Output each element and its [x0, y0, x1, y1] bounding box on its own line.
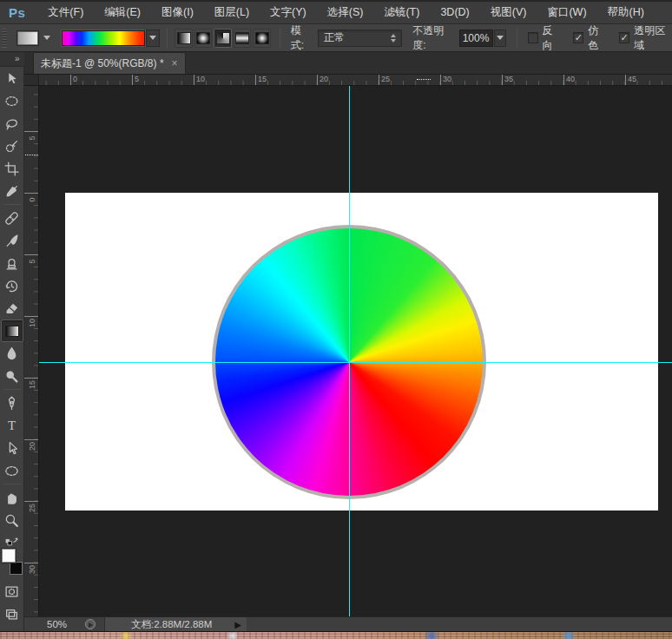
ruler-label: 0 — [73, 75, 77, 83]
shape-tool[interactable] — [1, 459, 23, 482]
ruler-cursor-marker — [417, 79, 431, 80]
checkbox-check-icon: ✓ — [619, 32, 629, 43]
stamp-icon — [4, 256, 19, 271]
background-color-swatch[interactable] — [10, 562, 23, 575]
blur-tool[interactable] — [1, 342, 23, 365]
ruler-label: 40 — [566, 75, 575, 83]
menu-item-edit[interactable]: 编辑(E) — [94, 2, 151, 23]
menu-item-filter[interactable]: 滤镜(T) — [373, 2, 430, 23]
foreground-color-swatch[interactable] — [2, 549, 16, 563]
history-brush-icon — [4, 279, 19, 293]
water-drop-icon — [4, 346, 19, 361]
menu-item-select[interactable]: 选择(S) — [317, 2, 374, 23]
color-swatches[interactable] — [1, 549, 23, 575]
quick-mask-button[interactable] — [1, 580, 23, 603]
menu-item-window[interactable]: 窗口(W) — [537, 2, 596, 23]
menu-item-help[interactable]: 帮助(H) — [597, 2, 655, 23]
type-tool[interactable]: T — [1, 414, 23, 437]
options-bar: 模式: 正常 不透明度: 100% 反向 ✓ 仿色 ✓ 透明区域 — [0, 24, 672, 52]
adobe-drive-icon[interactable] — [85, 619, 96, 629]
ruler-label: 25 — [28, 501, 36, 516]
swap-colors-button[interactable] — [1, 531, 23, 547]
blend-mode-select[interactable]: 正常 — [318, 30, 402, 47]
screen-mode-button[interactable] — [1, 603, 23, 625]
lasso-tool[interactable] — [1, 112, 23, 135]
opacity-input[interactable]: 100% — [459, 30, 493, 47]
reverse-checkbox[interactable]: 反向 — [528, 23, 562, 53]
options-grip-handle[interactable] — [2, 29, 7, 48]
canvas-viewport[interactable] — [39, 86, 672, 616]
document-tab[interactable]: 未标题-1 @ 50%(RGB/8) * × — [33, 52, 186, 74]
desktop-taskbar-strip — [0, 631, 672, 639]
zoom-tool[interactable] — [1, 509, 23, 531]
clone-stamp-tool[interactable] — [1, 252, 23, 274]
ruler-origin-box[interactable] — [24, 75, 39, 86]
reflected-gradient-button[interactable] — [234, 29, 251, 48]
menu-item-type[interactable]: 文字(Y) — [260, 2, 317, 23]
healing-brush-tool[interactable] — [1, 207, 23, 229]
tool-preset-button[interactable] — [14, 28, 53, 49]
menu-item-view[interactable]: 视图(V) — [480, 2, 537, 23]
dodge-tool[interactable] — [1, 365, 23, 387]
magnifier-icon — [4, 513, 19, 528]
gradient-tool[interactable] — [1, 320, 23, 342]
linear-gradient-button[interactable] — [175, 29, 192, 48]
pen-icon — [4, 396, 19, 411]
move-icon — [4, 71, 19, 86]
ruler-label: 5 — [28, 254, 36, 269]
horizontal-ruler[interactable]: 0 5 10 15 20 25 30 35 40 45 — [24, 75, 672, 86]
menu-item-3d[interactable]: 3D(D) — [430, 2, 479, 23]
eyedropper-tool[interactable] — [1, 180, 23, 202]
document-info[interactable]: 文档:2.88M/2.88M ▶ — [104, 617, 247, 632]
zoom-level-field[interactable]: 50% — [47, 619, 85, 629]
opacity-slider-button[interactable] — [494, 30, 506, 47]
reverse-checkbox-label: 反向 — [543, 23, 562, 53]
horizontal-guide[interactable] — [39, 362, 672, 363]
marquee-tool[interactable] — [1, 89, 23, 112]
dodge-icon — [4, 369, 19, 384]
pen-tool[interactable] — [1, 392, 23, 414]
document-tab-title: 未标题-1 @ 50%(RGB/8) * — [41, 56, 164, 71]
close-tab-icon[interactable]: × — [172, 57, 178, 69]
angle-gradient-button[interactable] — [214, 29, 231, 48]
dither-checkbox[interactable]: ✓ 仿色 — [573, 23, 607, 53]
document-canvas[interactable] — [65, 193, 658, 511]
crop-tool[interactable] — [1, 157, 23, 180]
menu-bar: Ps 文件(F) 编辑(E) 图像(I) 图层(L) 文字(Y) 选择(S) 滤… — [0, 0, 672, 24]
brush-tool[interactable] — [1, 229, 23, 252]
ruler-label: 20 — [28, 439, 36, 454]
dither-checkbox-label: 仿色 — [588, 23, 607, 53]
screen-mode-icon — [4, 607, 19, 622]
menu-item-layer[interactable]: 图层(L) — [204, 2, 260, 23]
ruler-cursor-marker — [25, 155, 38, 155]
crop-icon — [4, 161, 19, 176]
divider — [280, 28, 280, 49]
move-tool[interactable] — [1, 67, 23, 89]
chevron-down-icon — [43, 36, 50, 40]
vertical-ruler[interactable]: 5 0 5 10 15 20 25 30 — [24, 86, 39, 616]
diamond-gradient-button[interactable] — [253, 29, 270, 48]
mode-label: 模式: — [291, 23, 313, 53]
selection-arrow-icon — [4, 441, 19, 456]
menu-item-image[interactable]: 图像(I) — [151, 2, 204, 23]
vertical-guide[interactable] — [349, 86, 350, 616]
status-popup-arrow-icon[interactable]: ▶ — [234, 620, 241, 629]
transparency-checkbox[interactable]: ✓ 透明区域 — [619, 23, 672, 53]
history-brush-tool[interactable] — [1, 274, 23, 297]
transparency-checkbox-label: 透明区域 — [634, 23, 672, 53]
hand-tool[interactable] — [1, 486, 23, 509]
gradient-picker-button[interactable] — [146, 30, 160, 47]
menu-item-file[interactable]: 文件(F) — [37, 2, 94, 23]
radial-gradient-button[interactable] — [194, 29, 212, 48]
gradient-preview[interactable] — [62, 30, 145, 46]
ruler-label: 0 — [28, 193, 36, 208]
eraser-tool[interactable] — [1, 297, 23, 320]
collapse-panel-button[interactable]: » — [0, 52, 24, 67]
chevron-down-icon — [149, 36, 156, 40]
quick-selection-tool[interactable] — [1, 135, 23, 157]
gradient-icon — [5, 326, 19, 337]
ruler-label: 30 — [28, 563, 36, 577]
ellipse-marquee-icon — [4, 94, 19, 109]
document-size-text: 文档:2.88M/2.88M — [131, 618, 212, 631]
path-selection-tool[interactable] — [1, 437, 23, 459]
